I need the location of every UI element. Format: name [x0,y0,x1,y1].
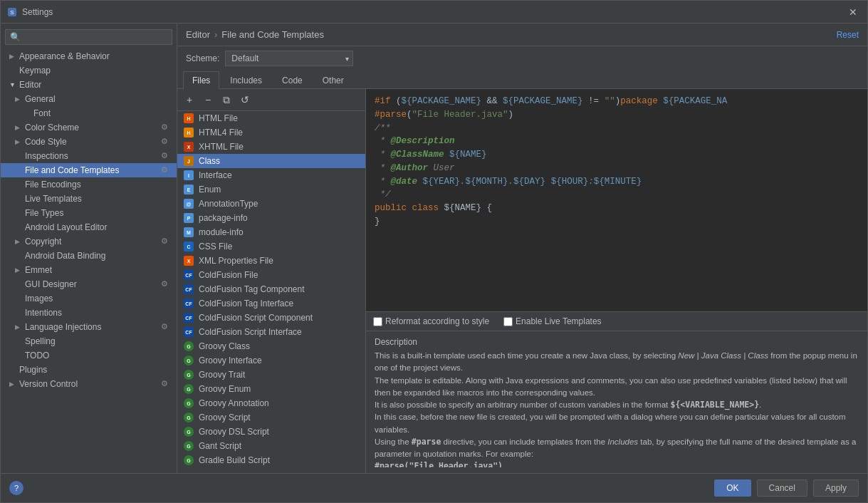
cancel-button[interactable]: Cancel [757,479,807,497]
tab-code[interactable]: Code [273,71,312,89]
file-item-groovy-script[interactable]: GGroovy Script [177,410,365,425]
live-templates-checkbox-wrap[interactable]: Enable Live Templates [503,316,602,326]
file-icon: E [183,184,194,195]
file-item-css-file[interactable]: CCSS File [177,239,365,254]
file-item-groovy-annotation[interactable]: GGroovy Annotation [177,396,365,410]
file-item-interface[interactable]: IInterface [177,168,365,182]
copy-button[interactable]: ⧉ [219,92,234,108]
sidebar-item-label: Language Injections [25,322,158,332]
file-item-coldfusion-script-interface[interactable]: CFColdFusion Script Interface [177,325,365,339]
file-item-name: Groovy DSL Script [199,427,269,437]
sidebar-item-label: Version Control [19,379,158,389]
breadcrumb-parent[interactable]: Editor [186,29,210,40]
file-item-groovy-trait[interactable]: GGroovy Trait [177,368,365,382]
file-item-name: Class [199,156,220,166]
sidebar-item-appearance-&-behavior[interactable]: ▶Appearance & Behavior [1,49,177,63]
file-item-class[interactable]: JClass [177,154,365,168]
sidebar-item-images[interactable]: Images [1,291,177,306]
sidebar-item-font[interactable]: Font [1,106,177,120]
file-item-groovy-dsl-script[interactable]: GGroovy DSL Script [177,425,365,439]
file-item-gradle-build-script[interactable]: GGradle Build Script [177,453,365,467]
sidebar-item-general[interactable]: ▶General [1,92,177,106]
live-templates-checkbox[interactable] [503,317,513,326]
reformat-label: Reformat according to style [385,316,489,326]
file-icon: H [183,113,194,124]
remove-button[interactable]: − [200,92,216,108]
sidebar-item-file-and-code-templates[interactable]: File and Code Templates⚙ [1,163,177,177]
file-item-name: ColdFusion Tag Interface [199,299,293,308]
sidebar-item-android-layout-editor[interactable]: Android Layout Editor [1,220,177,234]
tab-files[interactable]: Files [183,71,219,89]
file-item-name: XHTML File [199,142,244,152]
help-button[interactable]: ? [9,481,23,495]
sidebar-item-emmet[interactable]: ▶Emmet [1,263,177,277]
search-input[interactable] [5,29,172,45]
file-item-xml-properties-file[interactable]: XXML Properties File [177,254,365,268]
sidebar-item-file-types[interactable]: File Types [1,206,177,220]
file-icon: G [183,426,194,437]
file-item-name: AnnotationType [199,199,258,209]
file-item-xhtml-file[interactable]: XXHTML File [177,140,365,154]
file-item-annotationtype[interactable]: @AnnotationType [177,197,365,211]
file-item-package-info[interactable]: Ppackage-info [177,211,365,225]
sidebar-item-color-scheme[interactable]: ▶Color Scheme⚙ [1,120,177,135]
code-line-2: #parse("File Header.java") [375,108,859,122]
sidebar-item-code-style[interactable]: ▶Code Style⚙ [1,135,177,149]
reformat-checkbox-wrap[interactable]: Reformat according to style [373,316,489,326]
reformat-checkbox[interactable] [373,317,382,326]
file-item-groovy-interface[interactable]: GGroovy Interface [177,353,365,368]
file-item-groovy-enum[interactable]: GGroovy Enum [177,382,365,396]
file-item-name: Groovy Class [199,341,250,351]
sidebar: ▶Appearance & BehaviorKeymap▼Editor▶Gene… [1,24,177,473]
content-area: ▶Appearance & BehaviorKeymap▼Editor▶Gene… [1,24,867,473]
file-icon: CF [183,269,194,281]
tab-other[interactable]: Other [313,71,353,89]
sidebar-item-version-control[interactable]: ▶Version Control⚙ [1,377,177,391]
sidebar-item-todo[interactable]: TODO [1,348,177,363]
sidebar-item-gui-designer[interactable]: GUI Designer⚙ [1,277,177,291]
sidebar-item-language-injections[interactable]: ▶Language Injections⚙ [1,320,177,334]
sidebar-item-android-data-binding[interactable]: Android Data Binding [1,249,177,263]
sidebar-item-editor[interactable]: ▼Editor [1,78,177,92]
sidebar-item-plugins[interactable]: Plugins [1,363,177,377]
file-item-module-info[interactable]: Mmodule-info [177,225,365,239]
apply-button[interactable]: Apply [813,479,859,497]
sidebar-item-file-encodings[interactable]: File Encodings [1,177,177,192]
tab-includes[interactable]: Includes [221,71,271,89]
add-button[interactable]: + [182,92,197,108]
reset-button[interactable]: ↺ [237,92,253,108]
sidebar-item-live-templates[interactable]: Live Templates [1,192,177,206]
arrow-icon: ▶ [15,323,23,331]
file-item-coldfusion-script-component[interactable]: CFColdFusion Script Component [177,311,365,325]
sidebar-item-inspections[interactable]: Inspections⚙ [1,149,177,163]
file-item-html4-file[interactable]: HHTML4 File [177,125,365,140]
close-button[interactable]: ✕ [845,5,862,19]
breadcrumb: Editor › File and Code Templates [186,29,324,40]
scheme-select[interactable]: Default Project [225,51,353,66]
sidebar-item-copyright[interactable]: ▶Copyright⚙ [1,234,177,249]
file-item-coldfusion-file[interactable]: CFColdFusion File [177,268,365,282]
file-item-html-file[interactable]: HHTML File [177,111,365,125]
file-item-enum[interactable]: EEnum [177,182,365,197]
file-item-gant-script[interactable]: GGant Script [177,439,365,453]
reset-link[interactable]: Reset [837,30,859,40]
code-line-8: */ [375,188,859,202]
scheme-label: Scheme: [186,53,219,63]
file-item-name: Enum [199,185,221,195]
sidebar-item-keymap[interactable]: Keymap [1,63,177,78]
file-item-coldfusion-tag-component[interactable]: CFColdFusion Tag Component [177,282,365,296]
code-editor[interactable]: #if (${PACKAGE_NAME} && ${PACKAGE_NAME} … [366,89,867,311]
svg-text:S: S [10,9,14,16]
sidebar-item-spelling[interactable]: Spelling [1,334,177,348]
file-item-coldfusion-tag-interface[interactable]: CFColdFusion Tag Interface [177,296,365,311]
sidebar-item-intentions[interactable]: Intentions [1,306,177,320]
file-item-name: ColdFusion Script Component [199,313,313,323]
file-item-groovy-class[interactable]: GGroovy Class [177,339,365,353]
file-item-name: ColdFusion Script Interface [199,327,302,337]
sidebar-item-label: Editor [19,80,171,90]
gear-icon: ⚙ [161,379,171,389]
code-line-1: #if (${PACKAGE_NAME} && ${PACKAGE_NAME} … [375,95,859,108]
arrow-icon: ▶ [15,95,23,103]
ok-button[interactable]: OK [714,479,751,497]
sidebar-item-label: Android Layout Editor [25,222,171,232]
